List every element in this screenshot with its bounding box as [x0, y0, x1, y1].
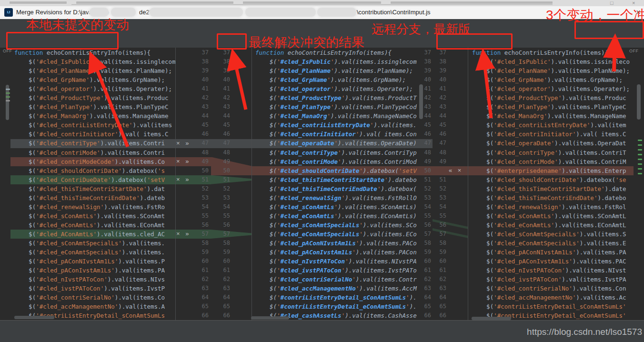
center-vertical-scrollbar[interactable]	[419, 84, 423, 119]
code-line: $('#cled_operaDate').val(items.OperaDate…	[255, 139, 421, 148]
line-number: 56	[433, 221, 446, 230]
code-line: $('#cled_nIvstPAToCon').val(items.NIvst	[472, 266, 636, 275]
line-number: 60	[433, 257, 446, 266]
code-line: $('#cled_thisTimeContriStartDate').date	[472, 184, 636, 193]
line-number: 58	[418, 239, 431, 248]
code-line: $('#cled_pAConIvstAm1Ls').val(items.PA	[14, 266, 179, 275]
line-number: 41	[433, 84, 446, 93]
line-number: 37	[193, 48, 209, 57]
change-marker[interactable]	[6, 89, 10, 90]
line-number: 62	[433, 275, 446, 284]
line-number: 47	[433, 139, 446, 148]
code-line: $('#cled_PlanName').val(items.PlanName);	[255, 66, 421, 75]
code-line: $('#cled_contriListEntryDate').val(items…	[255, 121, 421, 130]
line-number: 44	[193, 111, 209, 121]
change-marker[interactable]	[638, 140, 642, 141]
change-marker[interactable]	[6, 100, 10, 101]
line-number: 61	[193, 266, 209, 275]
code-line: $('#cled_renewalSign').val(items.FstRoll…	[255, 193, 421, 202]
change-marker[interactable]	[638, 149, 642, 151]
code-line: $('#cled_ivstPAToCon').val(items.IvstPAT…	[255, 266, 421, 275]
line-number: 42	[193, 93, 209, 102]
code-line: $('#cled_thisTimeContriEndDate').datebo	[472, 193, 636, 202]
line-number: 49	[211, 157, 230, 166]
code-line: $('#cled_accManagementNo').val(items.A	[14, 302, 179, 311]
code-line: $('#cled_ProductType').val(items.Produc	[472, 93, 636, 102]
ignore-and-apply-right-icons[interactable]: × »	[176, 140, 191, 147]
code-line: function echoContriLsEntryInfo(items){	[14, 48, 179, 57]
off-indicator: OFF	[629, 49, 639, 53]
line-number: 65	[193, 302, 209, 311]
left-vertical-scrollbar[interactable]	[6, 85, 9, 120]
line-number: 50	[211, 166, 230, 175]
line-number: 62	[193, 275, 209, 284]
line-number: 56	[193, 221, 209, 230]
code-line: $('#cled_contriType').val(items.ContriT	[472, 148, 636, 157]
line-number: 57	[193, 230, 209, 239]
result-code-editor[interactable]: function echoContriLsEntryInfo(items){ $…	[252, 48, 421, 320]
line-number: 46	[418, 130, 431, 139]
code-line: $('#cled_eConAmtLs').val(items.EConAmt	[14, 221, 179, 230]
right-vertical-scrollbar[interactable]	[637, 84, 641, 120]
line-number: 40	[211, 75, 230, 84]
code-line: $('#contriListEntryDetail_sConAmtSumLs'	[472, 302, 636, 311]
close-icon[interactable]: ×	[632, 0, 635, 6]
code-line: $('#cled_IsPublic').val(items.issingleco…	[14, 57, 179, 66]
code-line: $('#cled_ManaOrg').val(items.ManageNameC…	[255, 111, 421, 121]
right-line-numbers: 3738394041424344454647484951525354555657…	[433, 48, 446, 320]
dialog-button-bar: Accept Left Accept Right Apply Abort	[0, 320, 644, 342]
line-number: 46	[211, 130, 230, 139]
code-line: $('#cled_ManaOrg').val(items.ManageName	[14, 111, 179, 121]
code-line: $('#cled_IsPublic').val(items.issingleco	[472, 57, 636, 66]
background-window-text-fragment	[391, 1, 553, 4]
line-number: 55	[193, 211, 209, 221]
ignore-and-apply-right-icons[interactable]: × »	[176, 158, 191, 165]
line-number: 39	[211, 66, 230, 75]
change-marker[interactable]	[6, 96, 10, 98]
change-marker[interactable]	[638, 168, 642, 170]
line-number: 54	[418, 202, 431, 211]
code-line: $('#cled_ProductType').val(items.Product…	[255, 93, 421, 102]
background-window-text-fragment	[10, 1, 67, 4]
code-line: $('#cled_shouldContriDate').datebox('set…	[255, 166, 421, 175]
left-horizontal-scrollbar[interactable]	[14, 316, 54, 319]
center-horizontal-scrollbar[interactable]	[251, 316, 289, 320]
left-code-editor[interactable]: function echoContriLsEntryInfo(items){ $…	[10, 48, 179, 320]
change-marker[interactable]	[638, 163, 642, 165]
code-line: $('#cled_ContriDueDate').datebox('setV	[14, 175, 179, 184]
code-line: $('#cled_nIvstPAToCon').val(items.NIvstP…	[255, 257, 421, 266]
line-number	[433, 166, 446, 175]
change-marker[interactable]	[638, 154, 642, 155]
change-marker[interactable]	[6, 92, 10, 94]
line-number: 53	[193, 193, 209, 202]
right-horizontal-scrollbar[interactable]	[472, 317, 511, 320]
change-marker[interactable]	[638, 173, 642, 174]
line-number: 49	[433, 157, 446, 166]
apply-left-and-ignore-icons[interactable]: « ×	[449, 167, 463, 174]
code-line: $('#cled_contriMode').val(items.ContriMo…	[255, 157, 421, 166]
line-number: 60	[211, 257, 230, 266]
line-number: 48	[418, 148, 431, 157]
code-line: $('#cled_PlanType').val(items.PlanTypeC	[472, 102, 636, 111]
maximize-icon[interactable]: □	[610, 0, 614, 6]
line-number: 43	[193, 102, 209, 111]
code-line: $('#cled_sConAmtLs').val(items.SConAmtL	[472, 211, 636, 221]
code-line: $('#cled_eConAmtSpecialLs').val(items.	[14, 248, 179, 257]
ignore-and-apply-right-icons[interactable]: × »	[176, 230, 191, 237]
change-marker[interactable]	[638, 159, 642, 160]
change-marker[interactable]	[638, 144, 642, 146]
code-line: $('#cled_contriType').val(items.ContriTy…	[255, 148, 421, 157]
ignore-and-apply-right-icons[interactable]: × »	[176, 176, 191, 183]
code-line: $('#cled_thisTimeContriStartDate').dat	[14, 184, 179, 193]
line-number: 62	[418, 275, 431, 284]
code-line: $('#cled_contriInitiator').val( items.C	[14, 130, 179, 139]
right-code-editor[interactable]: function echoContriLsEntryInfo(items){ $…	[469, 48, 636, 320]
line-number: 57	[433, 230, 446, 239]
code-line: $('#cled_pAConNIvstAm1Ls').val(items.PA	[472, 248, 636, 257]
code-line: function echoContriLsEntryInfo(items){	[472, 48, 636, 57]
line-number: 50	[418, 166, 431, 175]
censored-path-blob	[111, 8, 136, 17]
code-line: $('#cled_ProductType').val(items.Produc	[14, 93, 179, 102]
code-line: $('#cled_IsPublic').val(items.issingleco…	[255, 57, 421, 66]
line-number: 56	[418, 221, 431, 230]
